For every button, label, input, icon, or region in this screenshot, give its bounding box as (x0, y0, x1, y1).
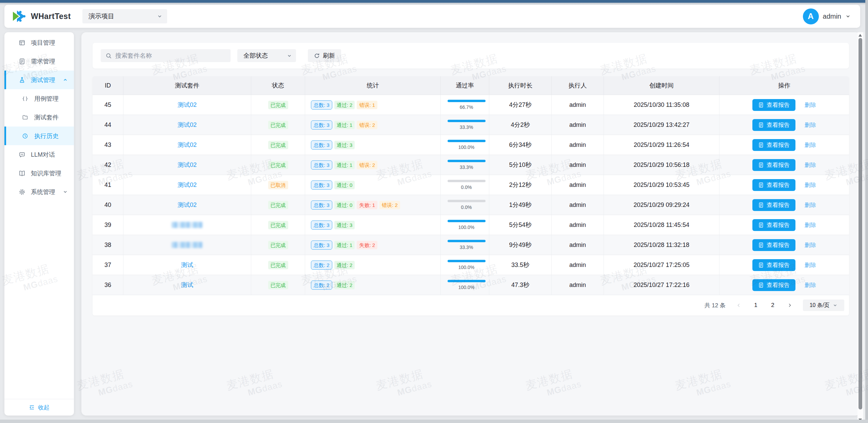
delete-link[interactable]: 删除 (805, 141, 816, 149)
column-header: 执行人 (552, 76, 604, 95)
pass-rate-value: 100.0% (448, 265, 486, 270)
username: admin (823, 13, 841, 20)
stat-badge-pass: 通过: 3 (334, 141, 355, 149)
app-title: WHartTest (31, 12, 71, 21)
column-header: 测试套件 (123, 76, 251, 95)
view-report-button[interactable]: 查看报告 (752, 99, 795, 111)
cell-stats: 总数: 3通过: 1错误: 2 (305, 115, 441, 135)
cell-executor: admin (552, 215, 604, 235)
chevron-down-icon (157, 14, 162, 19)
report-icon (758, 242, 764, 248)
page-button-1[interactable]: 1 (747, 302, 764, 309)
sidebar-item-book[interactable]: 知识库管理 (4, 164, 74, 182)
sidebar-item-flask[interactable]: 测试管理 (4, 71, 74, 89)
folder-icon (22, 114, 28, 120)
next-page-button[interactable] (781, 303, 798, 308)
cell-actions: 查看报告删除 (719, 135, 849, 155)
cell-stats: 总数: 3通过: 3 (305, 215, 441, 235)
cell-actions: 查看报告删除 (719, 175, 849, 195)
view-report-button[interactable]: 查看报告 (752, 279, 795, 291)
view-report-button[interactable]: 查看报告 (752, 259, 795, 271)
collapse-label: 收起 (38, 404, 50, 411)
cell-created: 2025/10/28 11:32:18 (604, 235, 719, 255)
status-filter-value: 全部状态 (243, 52, 268, 60)
suite-link[interactable]: 测试 (181, 281, 193, 289)
view-report-button[interactable]: 查看报告 (752, 159, 795, 171)
view-report-button[interactable]: 查看报告 (752, 119, 795, 131)
prev-page-button[interactable] (730, 303, 747, 308)
suite-link[interactable]: 测试02 (178, 201, 197, 209)
cell-executor: admin (552, 115, 604, 135)
delete-link[interactable]: 删除 (805, 241, 816, 249)
view-report-button[interactable]: 查看报告 (752, 179, 795, 191)
page-button-2[interactable]: 2 (764, 302, 781, 309)
chevron-down-icon (287, 53, 292, 58)
scrollbar-thumb[interactable] (859, 38, 862, 409)
cell-duration: 33.5秒 (489, 255, 552, 275)
table-row: 43测试02已完成总数: 3通过: 3100.0%6分34秒admin2025/… (93, 135, 849, 155)
refresh-button[interactable]: 刷新 (308, 49, 341, 62)
cell-actions: 查看报告删除 (719, 95, 849, 115)
sidebar-item-gear[interactable]: 系统管理 (4, 182, 74, 201)
cell-id: 41 (93, 175, 123, 195)
report-icon (758, 162, 764, 168)
suite-link[interactable]: 测试02 (178, 141, 197, 149)
cell-executor: admin (552, 95, 604, 115)
sidebar-item-folder[interactable]: 测试套件 (4, 108, 74, 127)
cell-suite: 测试02 (123, 135, 251, 155)
collapse-sidebar-button[interactable]: 收起 (29, 404, 50, 411)
sidebar-item-braces[interactable]: 用例管理 (4, 89, 74, 108)
cell-duration: 47.3秒 (489, 275, 552, 295)
view-report-button[interactable]: 查看报告 (752, 199, 795, 211)
view-report-button[interactable]: 查看报告 (752, 139, 795, 151)
sidebar-footer: 收起 (4, 399, 74, 416)
delete-link[interactable]: 删除 (805, 181, 816, 189)
cell-stats: 总数: 3通过: 1错误: 2 (305, 155, 441, 175)
project-select[interactable]: 演示项目 (82, 9, 167, 23)
delete-link[interactable]: 删除 (805, 121, 816, 129)
delete-link[interactable]: 删除 (805, 161, 816, 169)
sidebar-item-projects[interactable]: 项目管理 (4, 33, 74, 52)
suite-link[interactable]: 测试02 (178, 181, 197, 189)
app-header: WHartTest 演示项目 A admin (4, 5, 860, 28)
delete-link[interactable]: 删除 (805, 261, 816, 269)
cell-id: 43 (93, 135, 123, 155)
search-input[interactable]: 搜索套件名称 (101, 49, 231, 62)
cell-status: 已取消 (251, 175, 305, 195)
delete-link[interactable]: 删除 (805, 201, 816, 209)
cell-duration: 1分49秒 (489, 195, 552, 215)
stat-badge-total: 总数: 3 (311, 200, 332, 210)
pass-rate-bar (448, 240, 486, 242)
column-header: 统计 (305, 76, 441, 95)
pass-rate-bar (448, 200, 486, 202)
pass-rate-value: 100.0% (448, 225, 486, 230)
scrollbar[interactable] (857, 32, 863, 423)
sidebar-item-requirements[interactable]: 需求管理 (4, 52, 74, 71)
status-badge: 已完成 (268, 221, 288, 229)
delete-link[interactable]: 删除 (805, 221, 816, 229)
cell-rate: 100.0% (441, 275, 489, 295)
braces-icon (22, 96, 28, 102)
status-filter-select[interactable]: 全部状态 (237, 49, 296, 62)
delete-link[interactable]: 删除 (805, 281, 816, 289)
suite-link[interactable]: 测试02 (178, 121, 197, 129)
scrollbar-up-arrow[interactable] (859, 34, 862, 37)
cell-stats: 总数: 3通过: 3 (305, 135, 441, 155)
sidebar-item-label: 测试套件 (34, 113, 59, 121)
sidebar-item-clock[interactable]: 执行历史 (4, 127, 74, 145)
view-report-button[interactable]: 查看报告 (752, 219, 795, 231)
suite-link[interactable]: 测试 (181, 261, 193, 269)
project-select-value: 演示项目 (88, 12, 114, 21)
cell-id: 36 (93, 275, 123, 295)
redacted-suite-name (172, 222, 203, 228)
cell-status: 已完成 (251, 115, 305, 135)
user-menu[interactable]: A admin (803, 8, 860, 24)
chat-icon (19, 151, 25, 158)
suite-link[interactable]: 测试02 (178, 161, 197, 169)
sidebar-item-chat[interactable]: LLM对话 (4, 145, 74, 164)
page-size-select[interactable]: 10 条/页 (803, 300, 844, 311)
view-report-button[interactable]: 查看报告 (752, 239, 795, 251)
delete-link[interactable]: 删除 (805, 101, 816, 109)
status-badge: 已完成 (268, 201, 288, 209)
suite-link[interactable]: 测试02 (178, 101, 197, 109)
